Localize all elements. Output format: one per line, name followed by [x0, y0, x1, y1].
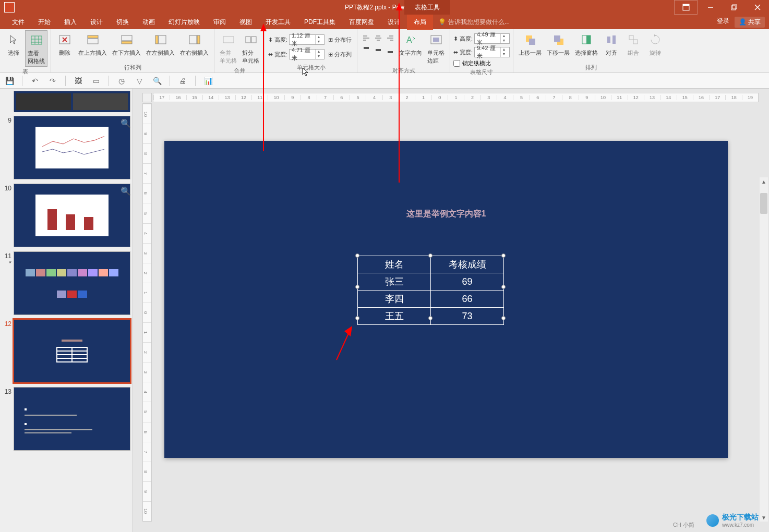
- tab-table-design[interactable]: 设计: [381, 15, 407, 30]
- send-backward-button[interactable]: 下移一层: [545, 30, 572, 58]
- align-top-left[interactable]: [361, 32, 372, 44]
- scrollbar-thumb[interactable]: [760, 193, 767, 214]
- bring-forward-button[interactable]: 上移一层: [516, 30, 544, 58]
- distribute-rows-button[interactable]: ⊞ 分布行: [326, 35, 354, 45]
- qat-btn-3[interactable]: ◷: [116, 76, 127, 86]
- tab-review[interactable]: 审阅: [207, 15, 233, 30]
- selection-handle[interactable]: [355, 253, 359, 258]
- slide-canvas[interactable]: 这里是举例文字内容1 姓名 考核成绩 张三 69 李四 66 王五 73: [164, 141, 728, 458]
- tab-file[interactable]: 文件: [5, 15, 31, 30]
- tab-pdf[interactable]: PDF工具集: [297, 15, 342, 30]
- vertical-ruler[interactable]: 10987654321012345678910: [142, 103, 152, 522]
- valign-top[interactable]: [361, 44, 372, 56]
- tab-table-layout[interactable]: 布局: [407, 15, 433, 30]
- tab-design[interactable]: 设计: [83, 15, 110, 30]
- table-cell[interactable]: 66: [431, 291, 504, 308]
- close-button[interactable]: [746, 0, 769, 15]
- insert-above-button[interactable]: 在上方插入: [76, 30, 109, 58]
- distribute-cols-button[interactable]: ⊞ 分布列: [326, 50, 354, 59]
- qat-btn-4[interactable]: ▽: [134, 76, 145, 86]
- rotate-button[interactable]: 旋转: [645, 30, 666, 58]
- horizontal-ruler[interactable]: 1716151413121110987654321012345678910111…: [153, 93, 759, 102]
- table-cell[interactable]: 73: [431, 308, 504, 325]
- login-button[interactable]: 登录: [717, 17, 729, 28]
- minimize-button[interactable]: [699, 0, 722, 15]
- slide-thumbnail-8[interactable]: [14, 91, 130, 112]
- selection-handle[interactable]: [355, 285, 359, 289]
- valign-bottom[interactable]: [384, 44, 396, 56]
- thumb-num: 11*: [2, 251, 14, 315]
- table-header-cell[interactable]: 姓名: [358, 256, 431, 273]
- slide-thumbnail-11[interactable]: [14, 251, 130, 315]
- slide-editor[interactable]: 1716151413121110987654321012345678910111…: [133, 89, 769, 532]
- merge-cells-button[interactable]: 合并 单元格: [218, 30, 239, 66]
- view-gridlines-button[interactable]: 查看 网格线: [25, 30, 47, 67]
- selection-handle[interactable]: [501, 253, 506, 258]
- svg-rect-15: [88, 39, 98, 44]
- zoom-icon[interactable]: 🔍: [121, 118, 128, 126]
- qat-btn-5[interactable]: 🔍: [152, 76, 162, 86]
- save-button[interactable]: 💾: [4, 76, 15, 86]
- qat-btn-2[interactable]: ▭: [91, 76, 101, 86]
- vertical-scrollbar[interactable]: ▲ ▼: [760, 177, 768, 522]
- selection-handle[interactable]: [501, 316, 506, 320]
- tab-slideshow[interactable]: 幻灯片放映: [162, 15, 207, 30]
- tab-animations[interactable]: 动画: [136, 15, 162, 30]
- tab-developer[interactable]: 开发工具: [259, 15, 297, 30]
- tab-home[interactable]: 开始: [31, 15, 57, 30]
- slide-thumbnails[interactable]: 9 🔍 10 🔍 11* 12: [0, 89, 133, 532]
- tell-me-search[interactable]: 💡 告诉我您想要做什么...: [438, 18, 510, 27]
- insert-below-button[interactable]: 在下方插入: [110, 30, 143, 58]
- qat-btn-1[interactable]: 🖼: [73, 76, 83, 86]
- thumb-num: 10: [2, 184, 14, 247]
- slide-title-text[interactable]: 这里是举例文字内容1: [406, 209, 486, 220]
- table-cell[interactable]: 69: [431, 273, 504, 291]
- zoom-icon[interactable]: 🔍: [121, 186, 128, 194]
- restore-button[interactable]: [722, 0, 746, 15]
- table-height-input[interactable]: 4.49 厘米 ▲▼: [474, 33, 510, 44]
- text-direction-button[interactable]: A 文字方向: [397, 30, 424, 58]
- cell-width-input[interactable]: 4.71 厘米 ▲▼: [289, 49, 325, 59]
- align-top-center[interactable]: [373, 32, 384, 44]
- select-button[interactable]: 选择: [3, 30, 24, 58]
- scroll-down-button[interactable]: ▼: [760, 513, 768, 522]
- lock-aspect-checkbox[interactable]: [453, 60, 460, 67]
- group-button[interactable]: 组合: [623, 30, 644, 58]
- cell-margins-button[interactable]: 单元格 边距: [425, 30, 447, 66]
- slide-thumbnail-13[interactable]: [14, 387, 130, 451]
- table-width-input[interactable]: 9.42 厘米 ▲▼: [474, 47, 510, 57]
- undo-button[interactable]: ↶: [30, 76, 40, 86]
- tab-view[interactable]: 视图: [233, 15, 259, 30]
- selection-handle[interactable]: [428, 253, 432, 258]
- selection-pane-button[interactable]: 选择窗格: [573, 30, 600, 58]
- insert-left-button[interactable]: 在左侧插入: [144, 30, 177, 58]
- align-top-right[interactable]: [384, 32, 396, 44]
- share-button[interactable]: 👤 共享: [735, 17, 765, 28]
- scroll-up-button[interactable]: ▲: [760, 177, 768, 186]
- tab-baidu[interactable]: 百度网盘: [342, 15, 381, 30]
- insert-right-button[interactable]: 在右侧插入: [178, 30, 211, 58]
- split-cells-button[interactable]: 拆分 单元格: [240, 30, 261, 66]
- qat-btn-6[interactable]: 🖨: [177, 76, 188, 86]
- qat-btn-7[interactable]: 📊: [203, 76, 213, 86]
- align-button[interactable]: 对齐: [601, 30, 622, 58]
- table-header-cell[interactable]: 考核成绩: [431, 256, 504, 273]
- selection-handle[interactable]: [428, 316, 432, 320]
- slide-thumbnail-12[interactable]: [14, 319, 130, 383]
- insert-above-label: 在上方插入: [78, 49, 107, 57]
- selection-handle[interactable]: [355, 316, 359, 320]
- tab-insert[interactable]: 插入: [57, 15, 83, 30]
- tab-transitions[interactable]: 切换: [110, 15, 136, 30]
- valign-middle[interactable]: [373, 44, 384, 56]
- cell-height-input[interactable]: 1.12 厘米 ▲▼: [289, 34, 325, 45]
- table-cell[interactable]: 李四: [358, 291, 431, 308]
- redo-button[interactable]: ↷: [47, 76, 58, 86]
- selection-handle[interactable]: [501, 285, 506, 289]
- slide-thumbnail-10[interactable]: 🔍: [14, 184, 130, 247]
- slide-thumbnail-9[interactable]: 🔍: [14, 116, 130, 179]
- table-cell[interactable]: 王五: [358, 308, 431, 325]
- table-cell[interactable]: 张三: [358, 273, 431, 291]
- slide-table[interactable]: 姓名 考核成绩 张三 69 李四 66 王五 73: [357, 256, 504, 325]
- ribbon-options-button[interactable]: [674, 0, 698, 15]
- delete-button[interactable]: 删除: [54, 30, 75, 58]
